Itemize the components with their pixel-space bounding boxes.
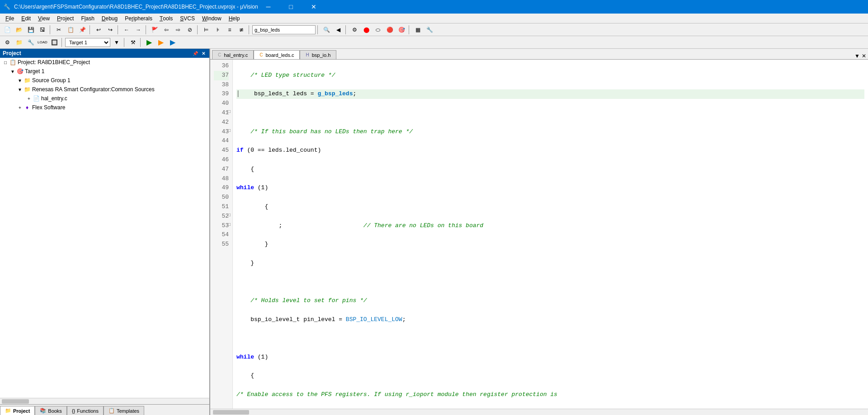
undo-button[interactable]: ↩ xyxy=(93,25,104,35)
tab-project[interactable]: 📁 Project xyxy=(0,406,35,415)
tab-templates[interactable]: 📋 Templates xyxy=(104,406,144,415)
expand-target[interactable]: ▼ xyxy=(9,69,16,74)
tree-item-target[interactable]: ▼ 🎯 Target 1 xyxy=(0,67,209,76)
menu-file[interactable]: File xyxy=(2,14,18,23)
nav-back-button[interactable]: ← xyxy=(121,25,132,35)
tree-item-renesas[interactable]: ▼ 📁 Renesas RA Smart Configurator:Common… xyxy=(0,85,209,94)
manage-btn[interactable]: ⚒ xyxy=(127,37,138,47)
line-numbers: 36 37 38 39 40 41 □ 42 43 □ 44 45 46 47 … xyxy=(210,60,233,409)
comment-button[interactable]: ≡ xyxy=(224,25,235,35)
rebuild-btn[interactable]: ▶ xyxy=(167,37,178,47)
menu-project[interactable]: Project xyxy=(53,14,77,23)
expand-source-group[interactable]: ▼ xyxy=(16,78,24,83)
sep7 xyxy=(317,25,319,34)
menu-peripherals[interactable]: Peripherals xyxy=(121,14,156,23)
ln-38: 38 xyxy=(214,80,229,90)
layout-button[interactable]: ▦ xyxy=(412,25,423,35)
menu-debug[interactable]: Debug xyxy=(98,14,121,23)
project-btn1[interactable]: ⚙ xyxy=(2,37,13,47)
maximize-button[interactable]: □ xyxy=(281,0,302,14)
menu-help[interactable]: Help xyxy=(225,14,244,23)
run-button[interactable]: ⬤ xyxy=(361,25,372,35)
close-button[interactable]: ✕ xyxy=(303,0,324,14)
tree-label-root: Project: RA8D1BHEC_Project xyxy=(18,59,90,65)
panel-close-button[interactable]: ✕ xyxy=(200,50,207,56)
code-line-39: /* If this board has no LEDs then trap h… xyxy=(236,127,864,137)
settings-button[interactable]: ⚙ xyxy=(349,25,360,35)
redo-button[interactable]: ↪ xyxy=(105,25,116,35)
translate-btn[interactable]: ▶ xyxy=(144,37,155,47)
tree-hscrollbar-thumb[interactable] xyxy=(2,399,29,404)
save-all-button[interactable]: 🖫 xyxy=(37,25,48,35)
expand-root[interactable]: □ xyxy=(2,60,9,65)
menu-tools[interactable]: Tools xyxy=(156,14,176,23)
tree-item-root[interactable]: □ 📋 Project: RA8D1BHEC_Project xyxy=(0,58,209,67)
open-file-button[interactable]: 📂 xyxy=(14,25,24,35)
indent-button[interactable]: ⊨ xyxy=(201,25,212,35)
save-button[interactable]: 💾 xyxy=(25,25,36,35)
nav-forward-button[interactable]: → xyxy=(133,25,144,35)
bookmark-button[interactable]: 🚩 xyxy=(149,25,160,35)
code-hscrollbar-thumb[interactable] xyxy=(213,410,249,415)
uncomment-button[interactable]: ≢ xyxy=(236,25,247,35)
tab-templates-icon: 📋 xyxy=(108,408,115,414)
stop-button[interactable]: ⬭ xyxy=(373,25,383,35)
menu-edit[interactable]: Edit xyxy=(18,14,34,23)
tree-item-flex[interactable]: + ♦ Flex Software xyxy=(0,103,209,112)
copy-button[interactable]: 📋 xyxy=(65,25,76,35)
unindent-button[interactable]: ⊧ xyxy=(212,25,223,35)
code-line-42: while (1) xyxy=(236,183,864,193)
minimize-button[interactable]: ─ xyxy=(258,0,279,14)
sep8 xyxy=(345,25,347,34)
tab-bsp-io[interactable]: H bsp_io.h xyxy=(300,50,336,59)
bookmark-prev-button[interactable]: ⇦ xyxy=(161,25,172,35)
tree-item-source-group[interactable]: ▼ 📁 Source Group 1 xyxy=(0,76,209,85)
code-line-53: /* Enable access to the PFS registers. I… xyxy=(236,390,864,400)
menubar: File Edit View Project Flash Debug Perip… xyxy=(0,14,868,23)
menu-window[interactable]: Window xyxy=(198,14,225,23)
project-btn2[interactable]: 📁 xyxy=(14,37,24,47)
bookmark-clear-button[interactable]: ⊘ xyxy=(184,25,195,35)
project-btn3[interactable]: 🔧 xyxy=(25,37,36,47)
toolbar2: ⚙ 📁 🔧 LOAD 🔲 Target 1 ▼ ⚒ ▶ ▶ ▶ xyxy=(0,36,868,49)
ln-43: 43 □ xyxy=(214,127,229,137)
tab-functions[interactable]: {} Functions xyxy=(67,406,104,415)
code-line-50 xyxy=(236,334,864,343)
code-content[interactable]: /* LED type structure */ │ bsp_leds_t le… xyxy=(233,60,868,409)
panel-pin-button[interactable]: 📌 xyxy=(192,50,198,56)
cut-button[interactable]: ✂ xyxy=(53,25,64,35)
target-select[interactable]: Target 1 xyxy=(65,38,110,47)
tab-board-leds[interactable]: C board_leds.c xyxy=(254,50,300,59)
expand-renesas[interactable]: ▼ xyxy=(16,87,24,92)
sep10 xyxy=(61,38,63,47)
tab-close-button[interactable]: ✕ xyxy=(862,53,866,59)
debug-button[interactable]: 🔴 xyxy=(384,25,395,35)
ln-46: 46 xyxy=(214,155,229,165)
tree-label-flex: Flex Software xyxy=(32,104,65,111)
project-btn5[interactable]: 🔲 xyxy=(49,37,60,47)
build-btn[interactable]: ▶ xyxy=(156,37,166,47)
tab-pin-button[interactable]: ▼ xyxy=(854,53,860,59)
menu-view[interactable]: View xyxy=(34,14,53,23)
target-dropdown-btn[interactable]: ▼ xyxy=(111,37,122,47)
expand-hal-entry[interactable]: + xyxy=(25,96,33,101)
menu-svcs[interactable]: SVCS xyxy=(176,14,198,23)
ln-37: 37 xyxy=(214,71,229,80)
bookmark-next-button[interactable]: ⇨ xyxy=(173,25,184,35)
tab-hal-entry[interactable]: C hal_entry.c xyxy=(212,50,254,59)
tab-books[interactable]: 📚 Books xyxy=(35,406,67,415)
wrench-button[interactable]: 🔧 xyxy=(424,25,435,35)
project-btn4[interactable]: LOAD xyxy=(37,37,48,47)
find-button[interactable]: 🔍 xyxy=(321,25,332,35)
paste-button[interactable]: 📌 xyxy=(77,25,88,35)
target-options-button[interactable]: 🎯 xyxy=(396,25,407,35)
find-prev-button[interactable]: ◀ xyxy=(333,25,344,35)
menu-flash[interactable]: Flash xyxy=(77,14,98,23)
code-hscrollbar[interactable] xyxy=(210,409,868,415)
new-file-button[interactable]: 📄 xyxy=(2,25,13,35)
tree-item-hal-entry[interactable]: + 📄 hal_entry.c xyxy=(0,94,209,103)
ln-53: 53 □ xyxy=(214,221,229,231)
expand-flex[interactable]: + xyxy=(16,105,24,110)
tree-hscrollbar[interactable] xyxy=(0,398,209,404)
search-input[interactable]: g_bsp_leds xyxy=(252,25,316,34)
